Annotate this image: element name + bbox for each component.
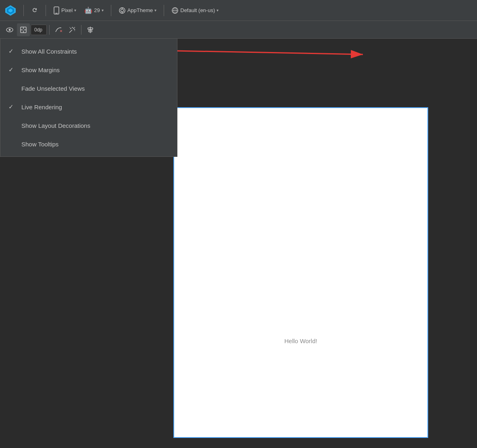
label-show-tooltips: Show Tooltips — [21, 141, 58, 148]
menu-item-show-margins[interactable]: ✓ Show Margins — [0, 60, 177, 79]
theme-label: AppTheme — [127, 7, 153, 13]
refresh-button[interactable] — [28, 5, 42, 16]
check-live-rendering: ✓ — [8, 103, 17, 110]
dp-value-input[interactable]: 0dp — [31, 25, 47, 35]
label-show-margins: Show Margins — [21, 67, 60, 73]
api-chevron: ▾ — [102, 8, 104, 13]
sub-divider-2 — [81, 25, 81, 35]
top-toolbar: Pixel ▾ 🤖 29 ▾ AppTheme ▾ Default (en-us… — [0, 0, 477, 21]
check-show-margins: ✓ — [8, 66, 17, 73]
menu-item-show-layout-decorations[interactable]: ✓ Show Layout Decorations — [0, 116, 177, 135]
divider-4 — [164, 5, 164, 16]
divider-3 — [111, 5, 111, 16]
phone-preview: Hello World! — [173, 107, 428, 438]
svg-line-23 — [70, 28, 71, 29]
svg-point-26 — [74, 30, 75, 31]
device-selector[interactable]: Pixel ▾ — [50, 5, 79, 16]
constraint-toggle-button[interactable] — [17, 23, 30, 36]
label-fade-unselected: Fade Unselected Views — [21, 85, 85, 92]
svg-point-6 — [121, 9, 123, 12]
android-icon: 🤖 — [84, 6, 92, 14]
svg-rect-4 — [55, 13, 58, 14]
svg-text:✕: ✕ — [60, 29, 62, 33]
magic-wand-button[interactable] — [66, 23, 79, 36]
menu-item-show-tooltips[interactable]: ✓ Show Tooltips — [0, 135, 177, 153]
api-label: 29 — [94, 7, 100, 13]
menu-item-fade-unselected[interactable]: ✓ Fade Unselected Views — [0, 79, 177, 98]
divider-1 — [23, 5, 24, 16]
view-options-button[interactable] — [3, 23, 16, 36]
label-live-rendering: Live Rendering — [21, 104, 62, 110]
svg-line-21 — [69, 30, 72, 33]
theme-chevron: ▾ — [154, 8, 156, 13]
divider-2 — [46, 5, 46, 16]
align-button[interactable] — [84, 23, 97, 36]
api-selector[interactable]: 🤖 29 ▾ — [81, 5, 106, 16]
label-show-layout-decorations: Show Layout Decorations — [21, 122, 90, 129]
sub-toolbar: 0dp ✕ — [0, 21, 477, 39]
hello-world-text: Hello World! — [174, 338, 427, 344]
theme-selector[interactable]: AppTheme ▾ — [115, 5, 160, 16]
svg-point-13 — [9, 29, 11, 31]
svg-point-24 — [74, 27, 75, 28]
svg-point-25 — [69, 27, 70, 28]
locale-label: Default (en-us) — [180, 7, 215, 13]
locale-chevron: ▾ — [217, 8, 219, 13]
menu-item-live-rendering[interactable]: ✓ Live Rendering — [0, 98, 177, 116]
dropdown-menu: ✓ Show All Constraints ✓ Show Margins ✓ … — [0, 39, 177, 157]
device-label: Pixel — [61, 7, 73, 13]
animation-button[interactable]: ✕ — [52, 23, 65, 36]
device-chevron: ▾ — [74, 8, 76, 13]
label-show-all-constraints: Show All Constraints — [21, 48, 77, 55]
dp-value-text: 0dp — [34, 27, 42, 33]
app-logo — [3, 3, 18, 18]
locale-selector[interactable]: Default (en-us) ▾ — [168, 5, 222, 16]
menu-item-show-all-constraints[interactable]: ✓ Show All Constraints — [0, 42, 177, 60]
sub-divider-1 — [49, 25, 50, 35]
check-show-all-constraints: ✓ — [8, 48, 17, 55]
